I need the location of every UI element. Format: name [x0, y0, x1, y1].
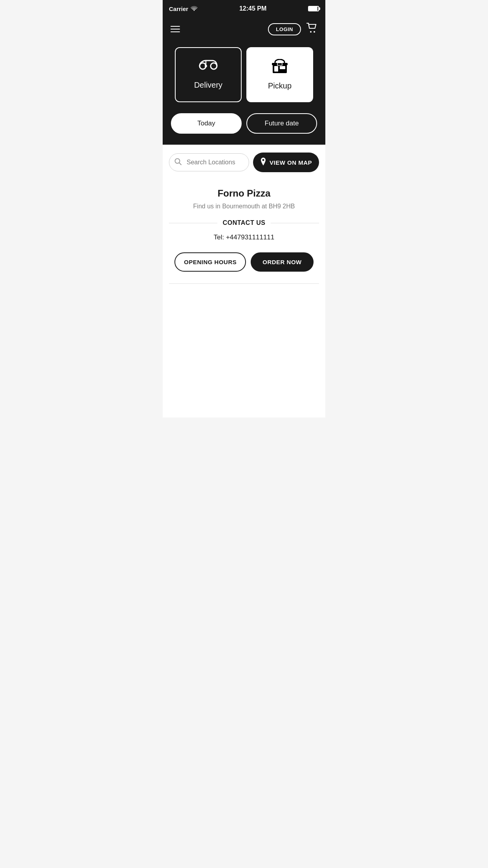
view-map-label: VIEW ON MAP — [270, 159, 312, 166]
delivery-button[interactable]: Delivery — [175, 47, 242, 102]
svg-rect-7 — [280, 66, 285, 69]
pickup-label: Pickup — [268, 81, 292, 90]
divider-left — [169, 223, 217, 223]
card-buttons: OPENING HOURS ORDER NOW — [169, 252, 319, 272]
opening-hours-button[interactable]: OPENING HOURS — [174, 252, 246, 272]
delivery-icon — [198, 60, 218, 74]
header-actions: LOGIN — [268, 23, 317, 35]
search-map-row: VIEW ON MAP — [169, 153, 319, 172]
battery-icon — [308, 6, 319, 11]
content-area: VIEW ON MAP Forno Pizza Find us in Bourn… — [163, 145, 325, 300]
svg-point-4 — [205, 65, 207, 67]
divider-right — [271, 223, 319, 223]
separator — [169, 283, 319, 284]
svg-line-11 — [179, 163, 181, 165]
contact-us-label: CONTACT US — [223, 219, 266, 226]
login-button[interactable]: LOGIN — [268, 23, 301, 35]
view-on-map-button[interactable]: VIEW ON MAP — [253, 153, 319, 172]
today-button[interactable]: Today — [171, 113, 242, 134]
time-display: 12:45 PM — [239, 5, 266, 12]
hamburger-line-3 — [171, 31, 180, 32]
svg-point-3 — [211, 63, 217, 69]
location-pin-icon — [260, 158, 266, 167]
restaurant-address: Find us in Bournemouth at BH9 2HB — [169, 203, 319, 210]
empty-area — [163, 300, 325, 417]
svg-point-0 — [310, 31, 312, 33]
delivery-label: Delivery — [194, 81, 222, 90]
svg-rect-6 — [274, 66, 278, 72]
battery-display — [308, 6, 319, 11]
restaurant-name: Forno Pizza — [169, 188, 319, 199]
pickup-icon — [272, 59, 288, 75]
carrier-info: Carrier — [169, 6, 198, 12]
hamburger-line-1 — [171, 26, 180, 27]
hamburger-line-2 — [171, 29, 180, 29]
future-date-button[interactable]: Future date — [246, 113, 317, 134]
contact-divider: CONTACT US — [169, 219, 319, 226]
date-section: Today Future date — [163, 113, 325, 145]
status-bar: Carrier 12:45 PM — [163, 0, 325, 17]
svg-rect-9 — [277, 63, 282, 65]
carrier-label: Carrier — [169, 6, 188, 12]
wifi-icon — [191, 6, 198, 12]
cart-icon[interactable] — [306, 23, 317, 35]
search-icon — [174, 158, 182, 167]
search-wrapper — [169, 153, 249, 171]
app-header: LOGIN — [163, 17, 325, 41]
restaurant-card: Forno Pizza Find us in Bournemouth at BH… — [169, 184, 319, 283]
pickup-button[interactable]: Pickup — [246, 47, 313, 102]
order-now-button[interactable]: ORDER NOW — [251, 252, 314, 272]
phone-number: Tel: +447931111111 — [169, 234, 319, 241]
order-type-section: Delivery Pickup — [163, 41, 325, 113]
svg-point-1 — [314, 31, 315, 33]
hamburger-menu[interactable] — [171, 26, 180, 32]
